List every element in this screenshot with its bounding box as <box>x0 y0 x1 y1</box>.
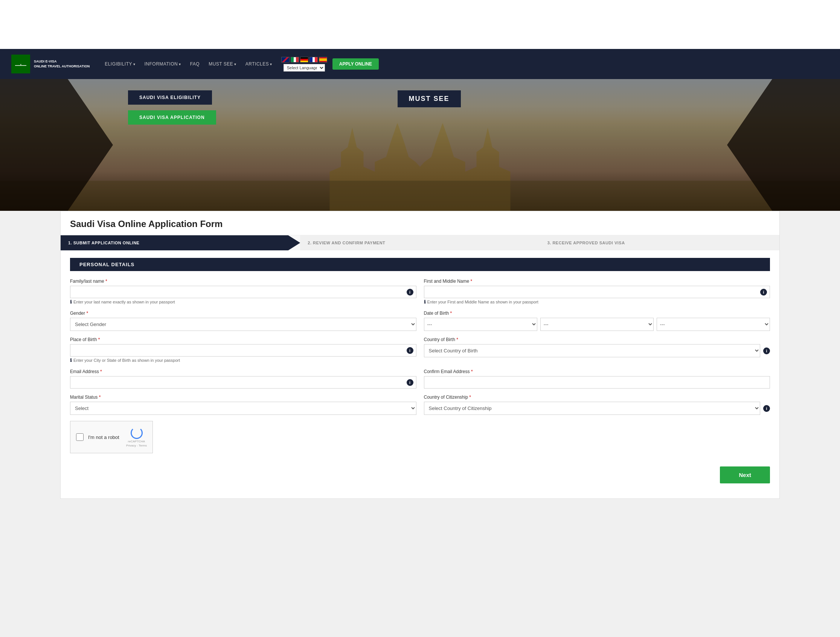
saudi-visa-application-button[interactable]: SAUDI VISA APPLICATION <box>128 110 216 125</box>
form-title: Saudi Visa Online Application Form <box>61 211 779 235</box>
nav-must-see[interactable]: MUST SEE▾ <box>205 58 240 69</box>
flag-de[interactable] <box>300 57 308 63</box>
recaptcha-brand: reCAPTCHA <box>128 440 145 443</box>
form-footer: Next <box>61 461 779 487</box>
place-of-birth-hint: ℹ Enter your City or State of Birth as s… <box>70 358 417 363</box>
confirm-email-input[interactable] <box>424 376 771 388</box>
first-middle-name-info-icon[interactable]: i <box>760 289 767 296</box>
citizenship-info-icon[interactable]: i <box>763 405 770 412</box>
dob-col: Date of Birth * --- --- --- <box>424 311 771 331</box>
confirm-email-wrapper <box>424 376 771 388</box>
step-3: 3. RECEIVE APPROVED SAUDI VISA <box>540 235 779 250</box>
nav-links: ELIGIBILITY▾ INFORMATION▾ FAQ MUST SEE▾ … <box>101 57 829 71</box>
step-1: 1. SUBMIT APPLICATION ONLINE <box>61 235 300 250</box>
email-row: Email Address * i Confirm Email Address … <box>70 369 770 388</box>
family-name-col: Family/last name * i ℹ Enter your last n… <box>70 279 417 304</box>
flag-fr[interactable] <box>309 57 318 63</box>
flag-uk[interactable] <box>281 57 289 63</box>
apply-online-button[interactable]: APPLY ONLINE <box>332 58 379 69</box>
next-button[interactable]: Next <box>720 467 770 483</box>
email-label: Email Address * <box>70 369 417 374</box>
citizenship-select[interactable]: Select Country of Citizenship <box>424 402 761 415</box>
gender-col: Gender * Select Gender Male Female <box>70 311 417 331</box>
logo-text: SAUDI E-VISA ONLINE TRAVEL AUTHORISATION <box>34 59 90 68</box>
first-middle-name-hint: ℹ Enter your First and Middle Name as sh… <box>424 299 771 304</box>
saudi-flag: ★ <box>11 55 30 73</box>
country-of-birth-info-icon[interactable]: i <box>763 347 770 354</box>
flag-row <box>281 57 327 63</box>
marital-status-label: Marital Status * <box>70 394 417 400</box>
country-of-birth-select[interactable]: Select Country of Birth <box>424 344 761 357</box>
saudi-visa-eligibility-button[interactable]: SAUDI VISA ELIGIBILITY <box>128 90 212 105</box>
family-name-wrapper: i <box>70 286 417 298</box>
country-of-birth-label: Country of Birth * <box>424 337 771 342</box>
nav-articles[interactable]: ARTICLES▾ <box>242 58 276 69</box>
confirm-email-label: Confirm Email Address * <box>424 369 771 374</box>
name-row: Family/last name * i ℹ Enter your last n… <box>70 279 770 304</box>
content-area: Saudi Visa Online Application Form 1. SU… <box>0 211 840 514</box>
family-name-hint: ℹ Enter your last name exactly as shown … <box>70 299 417 304</box>
language-select[interactable]: Select Language English Italian German F… <box>284 64 325 71</box>
place-of-birth-input[interactable] <box>70 344 417 356</box>
email-col: Email Address * i <box>70 369 417 388</box>
flag-es[interactable] <box>319 57 327 63</box>
email-input[interactable] <box>70 376 417 388</box>
language-area: Select Language English Italian German F… <box>281 57 327 71</box>
email-info-icon[interactable]: i <box>407 379 414 386</box>
email-wrapper: i <box>70 376 417 388</box>
form-body: Family/last name * i ℹ Enter your last n… <box>61 271 779 461</box>
place-of-birth-col: Place of Birth * i ℹ Enter your City or … <box>70 337 417 363</box>
hero-content: SAUDI VISA ELIGIBILITY SAUDI VISA APPLIC… <box>128 90 216 130</box>
hero-section: MUST SEE SAUDI VISA ELIGIBILITY SAUDI VI… <box>0 79 840 211</box>
nav-faq[interactable]: FAQ <box>186 58 204 69</box>
first-middle-name-label: First and Middle Name * <box>424 279 771 284</box>
steps-bar: 1. SUBMIT APPLICATION ONLINE 2. REVIEW A… <box>61 235 779 250</box>
place-of-birth-label: Place of Birth * <box>70 337 417 342</box>
step-2: 2. REVIEW AND CONFIRM PAYMENT <box>300 235 540 250</box>
gender-label: Gender * <box>70 311 417 316</box>
captcha-area: I'm not a robot reCAPTCHA Privacy - Term… <box>70 421 153 453</box>
confirm-email-col: Confirm Email Address * <box>424 369 771 388</box>
nav-eligibility[interactable]: ELIGIBILITY▾ <box>101 58 139 69</box>
first-middle-name-wrapper: i <box>424 286 771 298</box>
citizenship-col: Country of Citizenship * Select Country … <box>424 394 771 415</box>
nav-information[interactable]: INFORMATION▾ <box>141 58 185 69</box>
place-of-birth-wrapper: i <box>70 344 417 356</box>
family-name-label: Family/last name * <box>70 279 417 284</box>
gender-dob-row: Gender * Select Gender Male Female Date … <box>70 311 770 331</box>
dob-month-select[interactable]: --- <box>540 318 654 331</box>
gender-select[interactable]: Select Gender Male Female <box>70 318 417 331</box>
logo-area[interactable]: ★ SAUDI E-VISA ONLINE TRAVEL AUTHORISATI… <box>11 55 90 73</box>
personal-details-header: PERSONAL DETAILS <box>70 258 770 271</box>
first-middle-name-input[interactable] <box>424 286 771 298</box>
birth-row: Place of Birth * i ℹ Enter your City or … <box>70 337 770 363</box>
citizenship-wrapper: Select Country of Citizenship i <box>424 402 771 415</box>
must-see-banner: MUST SEE <box>398 90 461 107</box>
dob-year-select[interactable]: --- <box>657 318 770 331</box>
captcha-checkbox[interactable] <box>76 433 84 441</box>
recaptcha-icon <box>131 427 143 439</box>
dob-label: Date of Birth * <box>424 311 771 316</box>
navigation: ★ SAUDI E-VISA ONLINE TRAVEL AUTHORISATI… <box>0 49 840 79</box>
recaptcha-privacy: Privacy - Terms <box>126 444 147 447</box>
country-of-birth-col: Country of Birth * Select Country of Bir… <box>424 337 771 363</box>
application-form-container: Saudi Visa Online Application Form 1. SU… <box>60 211 780 499</box>
captcha-logo: reCAPTCHA Privacy - Terms <box>126 427 147 447</box>
family-name-info-icon[interactable]: i <box>407 289 414 296</box>
dob-day-select[interactable]: --- <box>424 318 537 331</box>
flag-it[interactable] <box>291 57 299 63</box>
top-space <box>0 0 840 49</box>
date-row: --- --- --- <box>424 318 771 331</box>
captcha-label: I'm not a robot <box>88 434 119 440</box>
marital-status-select[interactable]: Select Single Married Divorced Widowed <box>70 402 417 415</box>
citizenship-label: Country of Citizenship * <box>424 394 771 400</box>
marital-status-col: Marital Status * Select Single Married D… <box>70 394 417 415</box>
family-name-input[interactable] <box>70 286 417 298</box>
marital-citizenship-row: Marital Status * Select Single Married D… <box>70 394 770 415</box>
first-middle-name-col: First and Middle Name * i ℹ Enter your F… <box>424 279 771 304</box>
country-of-birth-wrapper: Select Country of Birth i <box>424 344 771 357</box>
place-of-birth-info-icon[interactable]: i <box>407 347 414 354</box>
